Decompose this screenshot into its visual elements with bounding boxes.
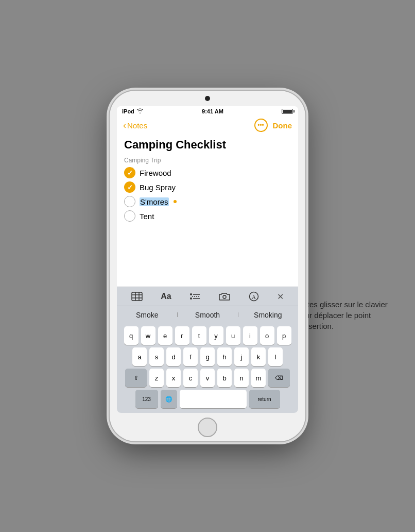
key-t[interactable]: t xyxy=(192,326,206,345)
checkbox-checked[interactable]: ✓ xyxy=(124,181,135,193)
battery-fill xyxy=(283,110,292,113)
close-icon: ✕ xyxy=(277,292,284,302)
key-h[interactable]: h xyxy=(217,347,232,366)
note-title[interactable]: Camping Checklist xyxy=(124,138,291,152)
home-button[interactable] xyxy=(198,418,217,437)
time-label: 9:41 AM xyxy=(202,108,223,114)
wifi-icon xyxy=(136,108,144,114)
key-shift[interactable]: ⇧ xyxy=(125,369,147,387)
checkbox-unchecked[interactable] xyxy=(124,196,135,207)
key-i[interactable]: i xyxy=(243,326,257,345)
key-p[interactable]: p xyxy=(277,326,291,345)
checklist-item: Tent xyxy=(124,210,291,222)
autocomplete-suggestion[interactable]: Smooth xyxy=(177,311,237,319)
text-cursor xyxy=(174,200,177,203)
camera-button[interactable] xyxy=(219,292,230,301)
key-k[interactable]: k xyxy=(251,347,266,366)
key-b[interactable]: b xyxy=(217,369,232,387)
key-j[interactable]: j xyxy=(234,347,249,366)
key-v[interactable]: v xyxy=(200,369,215,387)
done-button[interactable]: Done xyxy=(273,121,292,130)
key-backspace[interactable]: ⌫ xyxy=(268,369,290,387)
key-x[interactable]: x xyxy=(166,369,181,387)
key-y[interactable]: y xyxy=(209,326,223,345)
table-icon xyxy=(131,292,143,301)
autocomplete-suggestion[interactable]: Smoke xyxy=(117,311,177,319)
autocomplete-bar: Smoke Smooth Smoking xyxy=(117,306,298,323)
svg-point-8 xyxy=(190,297,192,300)
key-return[interactable]: return xyxy=(249,390,280,408)
section-label: Camping Trip xyxy=(124,157,291,164)
nav-right: ••• Done xyxy=(254,119,292,132)
key-o[interactable]: o xyxy=(260,326,274,345)
key-n[interactable]: n xyxy=(234,369,249,387)
status-left: iPod xyxy=(122,108,144,114)
more-icon: ••• xyxy=(257,122,264,129)
svg-text:A: A xyxy=(252,294,256,300)
key-m[interactable]: m xyxy=(251,369,266,387)
keyboard-row-2: a s d f g h j k l xyxy=(118,347,297,366)
chevron-left-icon: ‹ xyxy=(123,120,126,131)
key-l[interactable]: l xyxy=(268,347,283,366)
key-s[interactable]: s xyxy=(149,347,164,366)
table-button[interactable] xyxy=(131,292,143,301)
front-camera xyxy=(205,96,210,101)
checklist-item: ✓ Bug Spray xyxy=(124,181,291,193)
keyboard: q w e r t y u i o p a s d f g xyxy=(117,323,298,413)
list-icon xyxy=(189,292,201,301)
svg-point-5 xyxy=(190,293,192,295)
autocomplete-suggestion[interactable]: Smoking xyxy=(238,311,298,319)
checklist-item: ✓ Firewood xyxy=(124,167,291,178)
close-button[interactable]: ✕ xyxy=(277,292,284,302)
key-e[interactable]: e xyxy=(158,326,172,345)
item-text: Firewood xyxy=(140,169,171,177)
key-c[interactable]: c xyxy=(183,369,198,387)
key-emoji[interactable]: 🌐 xyxy=(161,390,177,408)
battery-icon xyxy=(282,109,293,114)
format-text-icon: Aa xyxy=(161,292,171,301)
checkbox-unchecked[interactable] xyxy=(124,210,135,222)
key-u[interactable]: u xyxy=(226,326,240,345)
nav-bar: ‹ Notes ••• Done xyxy=(117,117,298,134)
more-button[interactable]: ••• xyxy=(254,119,268,132)
back-button[interactable]: ‹ Notes xyxy=(123,120,147,131)
svg-point-10 xyxy=(223,295,226,298)
back-label: Notes xyxy=(127,121,147,130)
item-text: Bug Spray xyxy=(140,183,176,192)
keyboard-row-3: ⇧ z x c v b n m ⌫ xyxy=(118,369,297,387)
markup-icon: A xyxy=(249,291,259,302)
markup-button[interactable]: A xyxy=(249,291,259,302)
checkbox-checked[interactable]: ✓ xyxy=(124,167,135,178)
screen: iPod 9:41 AM xyxy=(117,106,298,413)
key-d[interactable]: d xyxy=(166,347,181,366)
annotation-text: Faites glisser sur le clavier pour dépla… xyxy=(297,299,405,331)
key-f[interactable]: f xyxy=(183,347,198,366)
key-numbers[interactable]: 123 xyxy=(135,390,158,408)
key-w[interactable]: w xyxy=(141,326,155,345)
item-text-selected[interactable]: S'mores xyxy=(140,197,169,206)
svg-rect-0 xyxy=(132,292,142,301)
list-button[interactable] xyxy=(189,292,201,301)
keyboard-row-1: q w e r t y u i o p xyxy=(118,326,297,345)
key-z[interactable]: z xyxy=(149,369,164,387)
keyboard-row-4: 123 🌐 return xyxy=(118,390,297,408)
device: iPod 9:41 AM xyxy=(110,91,305,441)
key-g[interactable]: g xyxy=(200,347,215,366)
format-text-button[interactable]: Aa xyxy=(161,292,171,301)
key-q[interactable]: q xyxy=(124,326,139,345)
checklist-item: S'mores xyxy=(124,196,291,207)
item-text: Tent xyxy=(140,212,154,221)
status-bar: iPod 9:41 AM xyxy=(117,106,298,117)
checkmark-icon: ✓ xyxy=(127,169,133,177)
note-content: Camping Checklist Camping Trip ✓ Firewoo… xyxy=(117,134,298,287)
formatting-toolbar: Aa xyxy=(117,287,298,306)
carrier-label: iPod xyxy=(122,108,134,114)
key-r[interactable]: r xyxy=(175,326,189,345)
scene: Faites glisser sur le clavier pour dépla… xyxy=(0,0,415,532)
status-right xyxy=(282,109,293,114)
key-a[interactable]: a xyxy=(132,347,147,366)
camera-icon xyxy=(219,292,230,301)
checkmark-icon: ✓ xyxy=(127,184,133,191)
key-space[interactable] xyxy=(180,390,247,408)
